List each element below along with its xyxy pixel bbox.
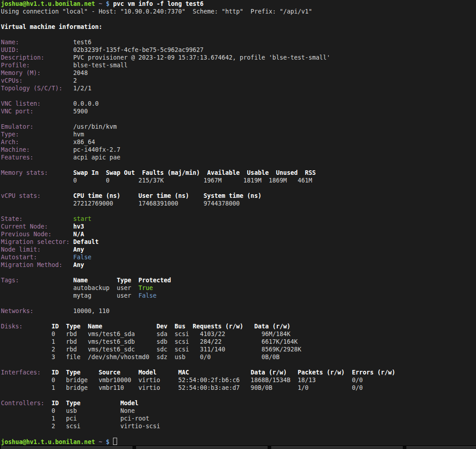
tab-bar — [0, 445, 476, 449]
terminal-line — [1, 299, 476, 307]
terminal-line: State: start — [1, 215, 476, 223]
field-label: Current Node: — [1, 223, 73, 230]
prompt-symbol: $ — [106, 0, 113, 7]
terminal-line: vCPU stats: CPU time (ns) User time (ns)… — [1, 192, 476, 200]
terminal-line: Virtual machine information: — [1, 23, 476, 31]
tab-segment[interactable] — [136, 446, 268, 449]
field-label: Name: — [1, 39, 73, 46]
output-text: 0 0 215/37K 1967M 1819M 1869M 461M — [1, 177, 312, 184]
output-text: 27212769000 17468391000 9744378000 — [1, 200, 240, 207]
output-text: 2 — [73, 77, 77, 84]
terminal-line: Networks: 10000, 110 — [1, 307, 476, 315]
output-text: 5900 — [73, 108, 88, 115]
output-text: test6 — [73, 39, 91, 46]
terminal-line: Description: PVC provisioner @ 2023-12-0… — [1, 54, 476, 61]
terminal-line: 0 rbd vms/test6_sda sda scsi 4103/22 96M… — [1, 330, 476, 338]
field-label: Networks: — [1, 308, 73, 314]
field-label: VNC port: — [1, 108, 73, 115]
terminal-line: Name: test6 — [1, 38, 476, 46]
terminal-line: Machine: pc-i440fx-2.7 — [1, 146, 476, 154]
prompt-separator: ~ — [95, 0, 106, 7]
field-label: Interfaces: — [1, 369, 52, 376]
prompt-symbol: $ — [106, 439, 113, 445]
field-label: Memory stats: — [1, 169, 73, 176]
terminal-line: Using connection "local" - Host: "10.90.… — [1, 8, 476, 15]
terminal-line: joshua@hv1.t.u.bonilan.net ~ $ pvc vm in… — [1, 0, 476, 8]
output-text: acpi apic pae — [73, 154, 120, 161]
terminal-line: 2 scsi virtio-scsi — [1, 422, 476, 430]
terminal-line: Migration selector: Default — [1, 238, 476, 246]
terminal-line: Topology (S/C/T): 1/2/1 — [1, 84, 476, 92]
field-label: Controllers: — [1, 400, 52, 407]
field-label: Type: — [1, 131, 73, 138]
prompt-user-host: joshua@hv1.t.u.bonilan.net — [1, 439, 95, 445]
terminal-line: Disks: ID Type Name Dev Bus Requests (r/… — [1, 323, 476, 330]
value-text-bold: N/A — [73, 231, 84, 238]
value-text-bold: Virtual machine information: — [1, 23, 102, 30]
terminal-line: Memory stats: Swap In Swap Out Faults (m… — [1, 169, 476, 177]
tab-segment[interactable] — [406, 446, 476, 449]
terminal-line: 0 0 215/37K 1967M 1819M 1869M 461M — [1, 177, 476, 184]
field-label: Arch: — [1, 139, 73, 145]
field-label: vCPU stats: — [1, 192, 73, 199]
terminal-cursor — [113, 438, 117, 445]
field-label: Tags: — [1, 277, 73, 284]
field-label: vCPUs: — [1, 77, 73, 84]
field-label: Description: — [1, 54, 73, 61]
terminal-line — [1, 207, 476, 215]
terminal-window: joshua@hv1.t.u.bonilan.net ~ $ pvc vm in… — [0, 0, 476, 449]
field-label: State: — [1, 215, 73, 222]
field-label: VNC listen: — [1, 100, 73, 107]
terminal-line — [1, 31, 476, 38]
output-text: autobackup user — [1, 285, 138, 291]
terminal-line: Arch: x86_64 — [1, 138, 476, 146]
terminal-line — [1, 161, 476, 169]
value-text-bold: hv3 — [73, 223, 84, 230]
terminal-line: Type: hvm — [1, 131, 476, 138]
terminal-line: 1 pci pci-root — [1, 415, 476, 422]
output-text: hvm — [73, 131, 84, 138]
table-header: ID Type Model — [52, 400, 138, 407]
table-header: Swap In Swap Out Faults (maj/min) Availa… — [73, 169, 316, 176]
output-text: Using connection "local" - Host: "10.90.… — [1, 8, 312, 15]
output-text: blse-test-small — [73, 62, 127, 69]
field-label: Profile: — [1, 62, 73, 69]
terminal-line — [1, 269, 476, 276]
terminal-line: Controllers: ID Type Model — [1, 399, 476, 407]
output-text: 1 rbd vms/test6_sdb sdb scsi 284/22 6617… — [1, 338, 297, 345]
output-text: 3 file /dev/shm/vhostmd0 sdz usb 0/0 0B/… — [1, 354, 279, 360]
tab-segment[interactable] — [271, 446, 403, 449]
terminal-line: Interfaces: ID Type Source Model MAC Dat… — [1, 369, 476, 376]
table-header: ID Type Name Dev Bus Requests (r/w) Data… — [52, 323, 290, 330]
output-text: 02b3239f-135f-4cfe-be75-5c962ac99627 — [73, 47, 203, 53]
output-text: /usr/bin/kvm — [73, 123, 117, 130]
terminal-line: 0 usb None — [1, 407, 476, 415]
protected-true-value: True — [138, 285, 153, 291]
field-label: UUID: — [1, 47, 73, 53]
output-text: 2 scsi virtio-scsi — [1, 423, 160, 430]
field-label: Disks: — [1, 323, 52, 330]
field-label: Features: — [1, 154, 73, 161]
terminal-line — [1, 15, 476, 23]
terminal-line: vCPUs: 2 — [1, 77, 476, 84]
terminal-line: Current Node: hv3 — [1, 223, 476, 230]
terminal-output[interactable]: joshua@hv1.t.u.bonilan.net ~ $ pvc vm in… — [0, 0, 476, 445]
terminal-line: Node limit: Any — [1, 246, 476, 253]
prompt-user-host: joshua@hv1.t.u.bonilan.net — [1, 0, 95, 7]
output-text: 0 rbd vms/test6_sda sda scsi 4103/22 96M… — [1, 331, 290, 337]
terminal-line: mytag user False — [1, 292, 476, 299]
value-blue: False — [138, 292, 156, 299]
field-label: Emulator: — [1, 123, 73, 130]
output-text: 2 rbd vms/test6_sdc sdc scsi 311/140 856… — [1, 346, 301, 353]
output-text: 0.0.0.0 — [73, 100, 99, 107]
output-text: 0 usb None — [1, 407, 135, 414]
table-header: CPU time (ns) User time (ns) System time… — [73, 192, 261, 199]
output-text: PVC provisioner @ 2023-12-09 15:37:13.67… — [73, 54, 330, 61]
output-text: 2048 — [73, 70, 88, 76]
terminal-line — [1, 115, 476, 123]
terminal-line: Emulator: /usr/bin/kvm — [1, 123, 476, 131]
terminal-line: 1 bridge vmbr110 virtio 52:54:00:b3:ae:d… — [1, 384, 476, 392]
value-text-bold: Default — [73, 239, 99, 245]
terminal-line: 2 rbd vms/test6_sdc sdc scsi 311/140 856… — [1, 346, 476, 353]
tab-segment[interactable] — [1, 446, 132, 449]
